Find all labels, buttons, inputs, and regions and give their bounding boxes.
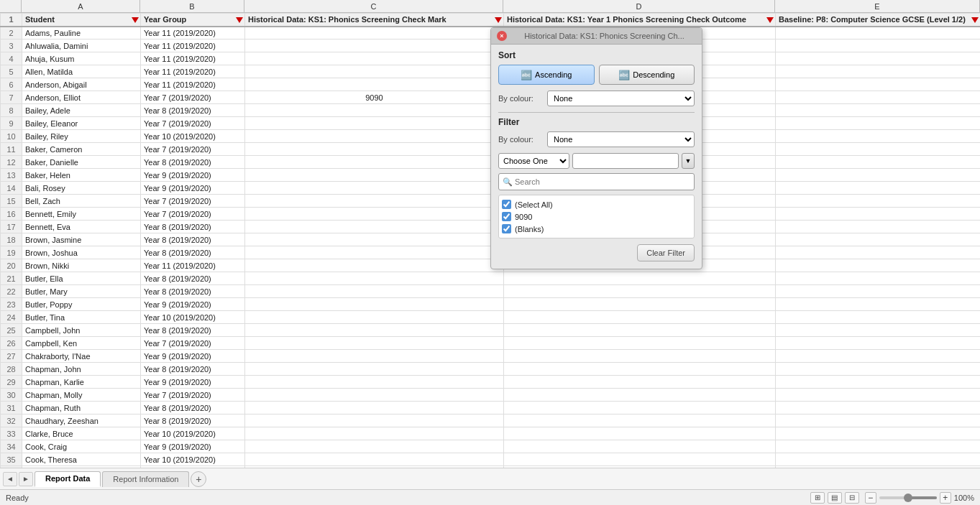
row-number-cell: 28: [1, 363, 22, 376]
col-c-header[interactable]: Historical Data: KS1: Phonics Screening …: [245, 14, 504, 27]
row-number-cell: 27: [1, 350, 22, 363]
col-e-filter-icon[interactable]: [971, 16, 979, 23]
year-group-cell: Year 9 (2019/2020): [141, 298, 245, 311]
col-c-cell: [245, 402, 504, 414]
year-group-cell: Year 10 (2019/2020): [141, 427, 245, 440]
sort-colour-select[interactable]: None: [547, 91, 695, 106]
zoom-slider[interactable]: [879, 496, 937, 499]
student-cell: Adams, Pauline: [22, 27, 141, 40]
col-e-cell: [776, 40, 981, 52]
table-row: 34Cook, CraigYear 9 (2019/2020): [1, 440, 981, 453]
filter-value-dropdown-btn[interactable]: ▼: [682, 153, 695, 169]
sort-descending-icon: 🔤: [618, 70, 630, 80]
filter-colour-select[interactable]: None: [547, 131, 695, 147]
col-e-header[interactable]: Baseline: P8: Computer Science GCSE (Lev…: [776, 14, 981, 27]
sort-descending-btn[interactable]: 🔤 Descending: [599, 65, 695, 85]
col-c-cell: [245, 363, 504, 376]
col-e-cell: [776, 117, 981, 130]
checkbox-select-all[interactable]: (Select All): [502, 198, 691, 210]
student-filter-icon[interactable]: [132, 16, 139, 23]
student-cell: Baker, Helen: [22, 169, 141, 182]
zoom-in-btn[interactable]: +: [940, 492, 951, 504]
col-d-filter-icon[interactable]: [766, 16, 774, 23]
checkbox-blanks-label: (Blanks): [515, 225, 544, 233]
year-group-cell: Year 9 (2019/2020): [141, 169, 245, 182]
student-cell: Bailey, Eleanor: [22, 117, 141, 130]
year-group-cell: Year 7 (2019/2020): [141, 208, 245, 221]
popup-close-button[interactable]: ×: [497, 31, 507, 41]
checkbox-blanks[interactable]: (Blanks): [502, 223, 691, 235]
col-e-cell: [776, 427, 981, 440]
checkbox-9090[interactable]: 9090: [502, 210, 691, 223]
col-c-cell: [245, 195, 504, 208]
next-sheet-btn[interactable]: ►: [19, 472, 33, 486]
sort-ascending-icon: 🔤: [521, 70, 532, 80]
year-group-filter-icon[interactable]: [236, 16, 243, 23]
col-c-filter-icon[interactable]: [495, 16, 502, 23]
search-wrapper: 🔍: [498, 173, 695, 190]
student-cell: Campbell, Ken: [22, 337, 141, 350]
filter-condition-select[interactable]: Choose One: [498, 153, 569, 169]
row-number-cell: 26: [1, 337, 22, 350]
col-d-cell: [504, 376, 776, 389]
table-row: 27Chakraborty, I'NaeYear 9 (2019/2020): [1, 350, 981, 363]
student-cell: Bennett, Emily: [22, 208, 141, 221]
col-c-cell: [245, 259, 504, 272]
student-cell: Bell, Zach: [22, 195, 141, 208]
checkbox-9090-input[interactable]: [502, 212, 511, 221]
zoom-out-btn[interactable]: −: [865, 492, 876, 504]
checkbox-select-all-label: (Select All): [515, 200, 553, 209]
col-header-b: B: [140, 0, 244, 12]
year-group-col-header[interactable]: Year Group: [141, 14, 245, 27]
student-cell: Chapman, Ruth: [22, 402, 141, 414]
col-c-cell: [245, 298, 504, 311]
year-group-cell: Year 7 (2019/2020): [141, 195, 245, 208]
prev-sheet-btn[interactable]: ◄: [3, 472, 17, 486]
student-cell: Chapman, Molly: [22, 389, 141, 402]
clear-filter-btn[interactable]: Clear Filter: [637, 244, 695, 261]
col-c-cell: [245, 78, 504, 91]
col-e-cell: [776, 337, 981, 350]
year-group-cell: Year 10 (2019/2020): [141, 130, 245, 143]
year-group-cell: Year 10 (2019/2020): [141, 453, 245, 466]
tab-report-information[interactable]: Report Information: [102, 471, 189, 487]
col-e-cell: [776, 414, 981, 427]
student-cell: Cook, Craig: [22, 440, 141, 453]
year-group-cell: Year 8 (2019/2020): [141, 402, 245, 414]
row-number-cell: 14: [1, 182, 22, 195]
col-c-cell: [245, 414, 504, 427]
sort-by-colour-label: By colour:: [498, 94, 541, 103]
col-e-cell: [776, 169, 981, 182]
student-cell: Bailey, Adele: [22, 104, 141, 117]
column-header-row: A B C D E: [0, 0, 980, 13]
student-cell: Ahuja, Kusum: [22, 52, 141, 65]
popup-title-bar: × Historical Data: KS1: Phonics Screenin…: [491, 28, 702, 45]
student-col-header[interactable]: Student: [22, 14, 141, 27]
col-e-cell: [776, 78, 981, 91]
col-e-cell: [776, 195, 981, 208]
tab-report-data[interactable]: Report Data: [35, 471, 101, 487]
year-group-cell: Year 9 (2019/2020): [141, 350, 245, 363]
normal-view-btn[interactable]: ⊞: [810, 492, 825, 504]
row-number-cell: 7: [1, 91, 22, 104]
sort-ascending-label: Ascending: [535, 70, 572, 79]
col-c-cell: [245, 156, 504, 169]
sort-ascending-btn[interactable]: 🔤 Ascending: [498, 65, 595, 85]
year-group-cell: Year 11 (2019/2020): [141, 259, 245, 272]
checkbox-select-all-input[interactable]: [502, 200, 511, 209]
row-number-cell: 32: [1, 414, 22, 427]
filter-search-input[interactable]: [498, 173, 695, 190]
col-d-cell: [504, 453, 776, 466]
status-right: ⊞ ▤ ⊟ − + 100%: [810, 492, 974, 504]
checkbox-blanks-input[interactable]: [502, 224, 511, 233]
col-c-cell: [245, 52, 504, 65]
col-d-header[interactable]: Historical Data: KS1: Year 1 Phonics Scr…: [504, 14, 776, 27]
table-row: 30Chapman, MollyYear 7 (2019/2020): [1, 389, 981, 402]
student-cell: Butler, Mary: [22, 285, 141, 298]
col-c-cell: [245, 324, 504, 337]
student-cell: Cook, Theresa: [22, 453, 141, 466]
page-break-btn[interactable]: ⊟: [845, 492, 859, 504]
add-sheet-button[interactable]: +: [191, 471, 206, 487]
filter-value-input[interactable]: [572, 153, 679, 169]
page-layout-btn[interactable]: ▤: [828, 492, 842, 504]
